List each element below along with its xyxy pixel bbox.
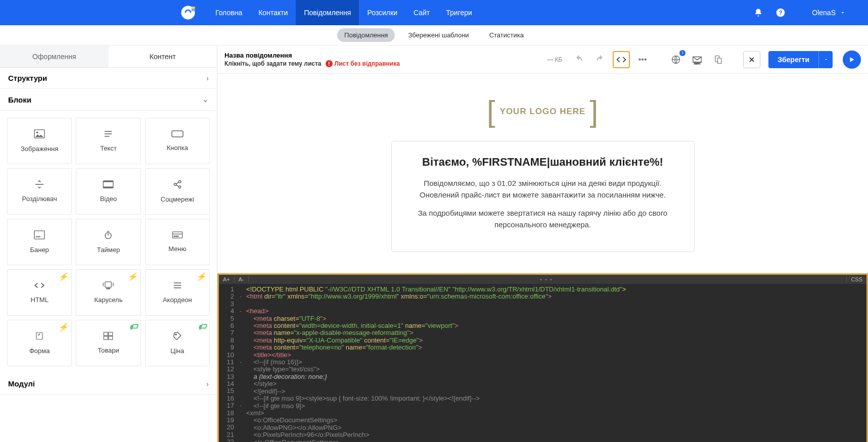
email-paragraph: За подробицями можете звертатися на нашу… (408, 208, 678, 230)
block-products[interactable]: 🏷Товари (76, 320, 141, 366)
help-icon[interactable]: ? (771, 4, 790, 22)
block-menu[interactable]: Меню (145, 219, 210, 265)
bell-icon[interactable] (749, 4, 767, 22)
carousel-icon (103, 281, 114, 291)
nav-item-4[interactable]: Сайт (405, 0, 438, 25)
message-subject-hint[interactable]: Клікніть, щоб задати тему листа (224, 60, 322, 67)
button-icon (171, 130, 184, 139)
code-fold-gutter[interactable]: ---- (237, 275, 244, 442)
block-image[interactable]: Зображення (7, 118, 72, 164)
logo-placeholder[interactable]: [ YOUR LOGO HERE ] (487, 94, 599, 129)
block-share[interactable]: Соцмережі (145, 168, 210, 215)
subtab-1[interactable]: Збережені шаблони (401, 28, 476, 42)
top-nav: ГоловнаКонтактиПовідомленняРозсилкиСайтТ… (0, 0, 868, 25)
tab-content[interactable]: Контент (109, 45, 217, 68)
nav-item-5[interactable]: Тригери (438, 0, 480, 25)
block-divider[interactable]: Розділювач (7, 168, 72, 215)
image-icon (34, 129, 45, 140)
svg-rect-14 (104, 186, 114, 188)
section-structures[interactable]: Структури › (0, 68, 217, 89)
svg-point-6 (36, 132, 38, 134)
block-html[interactable]: ⚡HTML (7, 269, 72, 316)
products-icon (103, 332, 113, 341)
html-icon (34, 281, 45, 291)
block-form[interactable]: ⚡Форма (7, 320, 72, 366)
save-dropdown[interactable] (818, 51, 833, 68)
svg-text:TEST: TEST (694, 62, 701, 65)
warning-no-sender[interactable]: ! Лист без відправника (326, 60, 400, 67)
undo-button[interactable] (570, 51, 587, 68)
email-heading: Вітаємо, %FIRSTNAME|шановний клієнте%! (408, 156, 678, 169)
svg-rect-28 (105, 282, 111, 287)
message-size: — КБ (547, 56, 562, 63)
nav-item-0[interactable]: Головна (207, 0, 250, 25)
email-body-card[interactable]: Вітаємо, %FIRSTNAME|шановний клієнте%! П… (391, 141, 695, 252)
block-button[interactable]: Кнопка (145, 118, 210, 164)
block-accordion[interactable]: ⚡Акордеон (145, 269, 210, 316)
email-canvas[interactable]: [ YOUR LOGO HERE ] Вітаємо, %FIRSTNAME|ш… (217, 74, 868, 442)
block-text[interactable]: Текст (76, 118, 141, 164)
app-logo[interactable] (179, 4, 197, 22)
drag-handle-icon[interactable]: ••• (249, 276, 847, 282)
lightning-badge-icon: ⚡ (58, 272, 68, 281)
nav-item-2[interactable]: Повідомлення (296, 0, 359, 25)
section-modules[interactable]: Модулі › (0, 373, 217, 395)
svg-rect-38 (104, 332, 108, 335)
font-increase-button[interactable]: A+ (219, 276, 235, 282)
svg-rect-2 (192, 9, 195, 11)
block-carousel[interactable]: ⚡Карусель (76, 269, 141, 316)
css-tab-button[interactable]: CSS (846, 276, 866, 282)
nav-item-3[interactable]: Розсилки (359, 0, 405, 25)
svg-line-18 (176, 182, 178, 184)
block-banner[interactable]: Банер (7, 219, 72, 265)
subtab-0[interactable]: Повідомлення (337, 28, 395, 42)
svg-rect-40 (104, 336, 108, 339)
language-button[interactable]: ! (667, 51, 684, 68)
test-button[interactable]: TEST (689, 51, 706, 68)
chevron-down-icon (840, 10, 846, 16)
font-decrease-button[interactable]: A- (235, 276, 249, 282)
lightning-badge-icon: ⚡ (127, 272, 138, 281)
block-price[interactable]: 🏷Ціна (145, 320, 210, 366)
tag-badge-icon: 🏷 (198, 322, 206, 331)
block-timer[interactable]: Таймер (76, 219, 141, 265)
svg-text:?: ? (779, 9, 783, 16)
block-video[interactable]: Відео (76, 168, 141, 215)
svg-rect-37 (36, 332, 42, 339)
preview-button[interactable] (710, 51, 727, 68)
svg-rect-39 (109, 332, 113, 335)
message-title[interactable]: Назва повідомлення (224, 52, 400, 59)
svg-point-25 (174, 236, 175, 237)
chevron-down-icon: ⌄ (202, 95, 209, 104)
warning-icon: ! (326, 60, 333, 67)
svg-point-31 (107, 288, 108, 289)
email-paragraph: Повідомляємо, що з 01.02 змінюються ціни… (408, 178, 678, 201)
tab-design[interactable]: Оформлення (0, 45, 109, 68)
code-gutter: 12345678910111213141516171819202122 (219, 275, 237, 442)
close-button[interactable] (743, 51, 760, 68)
divider-icon (34, 180, 44, 190)
tag-badge-icon: 🏷 (129, 322, 138, 331)
menu-icon (172, 231, 183, 240)
svg-line-19 (176, 185, 178, 186)
code-body[interactable]: <!DOCTYPE html PUBLIC "-//W3C//DTD XHTML… (244, 275, 866, 442)
section-blocks[interactable]: Блоки ⌄ (0, 89, 217, 111)
redo-button[interactable] (591, 51, 609, 68)
svg-point-42 (175, 334, 176, 335)
svg-point-27 (177, 236, 178, 237)
subtab-2[interactable]: Статистика (482, 28, 531, 42)
more-button[interactable]: ••• (634, 51, 651, 68)
chevron-right-icon: › (206, 74, 209, 82)
nav-item-1[interactable]: Контакти (250, 0, 296, 25)
code-editor[interactable]: A+ A- ••• CSS 12345678910111213141516171… (217, 273, 868, 442)
svg-point-32 (108, 288, 109, 289)
video-icon (103, 180, 114, 190)
banner-icon (34, 230, 45, 241)
timer-icon (104, 230, 113, 241)
share-icon (173, 180, 182, 190)
user-menu[interactable]: OlenaS (812, 9, 846, 17)
save-button[interactable]: Зберегти (768, 51, 818, 68)
code-view-button[interactable] (613, 51, 630, 68)
send-button[interactable] (843, 51, 861, 69)
svg-rect-20 (34, 231, 44, 239)
